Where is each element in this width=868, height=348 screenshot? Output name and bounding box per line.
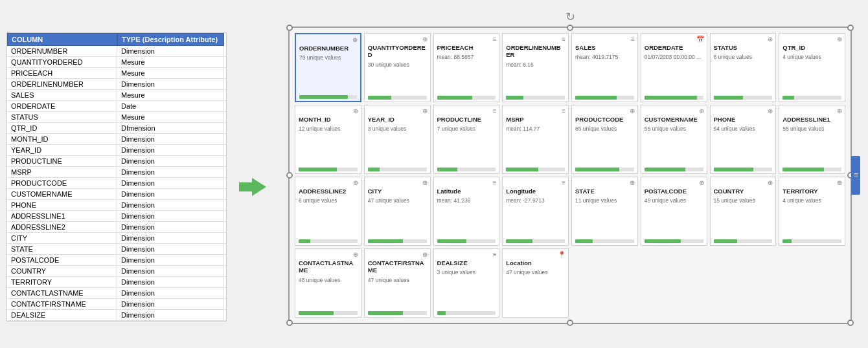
field-card[interactable]: ⊕QUANTITYORDERED30 unique values <box>364 33 431 102</box>
card-field-name: SALES <box>575 44 634 51</box>
table-row[interactable]: ORDERDATEDate <box>7 101 226 112</box>
table-row[interactable]: CUSTOMERNAMEDimension <box>7 189 226 200</box>
card-field-value: 15 unique values <box>714 197 773 204</box>
table-row[interactable]: STATUSMesure <box>7 112 226 123</box>
card-field-name: ORDERDATE <box>645 44 703 51</box>
card-field-name: Latitude <box>437 188 496 195</box>
card-bar <box>437 168 458 171</box>
field-card[interactable]: ⊕ADDRESSLINE26 unique values <box>295 177 361 246</box>
arrow-container <box>233 6 272 342</box>
card-bar-container <box>437 96 496 100</box>
card-type-icon: ⊕ <box>837 107 842 114</box>
table-row[interactable]: PRODUCTCODEDimension <box>7 178 226 189</box>
table-row[interactable]: MSRPDimension <box>7 167 226 178</box>
field-card[interactable]: ≡DEALSIZE3 unique values <box>433 248 500 318</box>
column-type-cell: Mesure <box>117 68 224 78</box>
card-type-icon: ⊕ <box>837 36 842 43</box>
field-card[interactable]: ⊕PHONE54 unique values <box>710 105 777 174</box>
field-card[interactable]: ≡MSRPmean: 114.77 <box>502 105 569 174</box>
card-type-icon: ≡ <box>562 179 565 186</box>
corner-tm <box>567 25 573 31</box>
table-row[interactable]: DEALSIZEDimension <box>7 310 226 321</box>
table-row[interactable]: QTR_IDDImension <box>7 123 226 134</box>
column-name-cell: POSTALCODE <box>7 255 117 265</box>
table-row[interactable]: CONTACTLASTNAMEDimension <box>7 288 226 299</box>
field-card[interactable]: ≡SALESmean: 4019.7175 <box>571 33 638 102</box>
column-type-cell: Dimension <box>117 211 224 221</box>
table-row[interactable]: CONTACTFIRSTNAMEDimension <box>7 299 226 310</box>
card-field-name: TERRITORY <box>782 188 841 195</box>
column-name-cell: SALES <box>7 90 117 100</box>
field-card[interactable]: ⊕POSTALCODE49 unique values <box>641 177 707 246</box>
field-card[interactable]: ⊕CONTACTLASTNAME48 unique values <box>295 248 361 318</box>
card-bar <box>368 96 391 100</box>
field-card[interactable]: ⊕PRODUCTCODE65 unique values <box>571 105 638 174</box>
card-field-value: 55 unique values <box>782 125 841 132</box>
field-card[interactable]: ⊕TERRITORY4 unique values <box>779 177 845 246</box>
table-row[interactable]: POSTALCODEDimension <box>7 255 226 266</box>
field-card[interactable]: ≡PRICEEACHmean: 88.5657 <box>433 33 500 102</box>
card-type-icon: ⊕ <box>630 179 635 186</box>
table-row[interactable]: COUNTRYDimension <box>7 266 226 277</box>
card-bar-container <box>714 96 773 100</box>
table-row[interactable]: ADDRESSLINE2Dimension <box>7 222 226 233</box>
field-card[interactable]: ⊕ORDERNUMBER79 unique values <box>295 33 361 102</box>
card-bar-container <box>575 96 634 100</box>
column-name-cell: STATUS <box>7 112 117 122</box>
table-row[interactable]: PRICEEACHMesure <box>7 68 226 79</box>
card-type-icon: ⊕ <box>422 36 428 43</box>
table-row[interactable]: PRODUCTLINEDimension <box>7 156 226 167</box>
table-row[interactable]: CITYDimension <box>7 233 226 244</box>
card-field-value: 01/07/2003 00:00:00 ... <box>645 54 703 60</box>
card-field-name: QTR_ID <box>782 44 841 51</box>
card-type-icon: ≡ <box>492 107 496 114</box>
table-row[interactable]: SALESMesure <box>7 90 226 101</box>
card-field-name: ADDRESSLINE2 <box>299 188 358 195</box>
table-row[interactable]: QUANTITYORDEREDMesure <box>7 57 226 68</box>
card-bar-container <box>782 168 841 171</box>
field-card[interactable]: 📅ORDERDATE01/07/2003 00:00:00 ... <box>641 33 707 102</box>
table-row[interactable]: ADDRESSLINE1Dimension <box>7 211 226 222</box>
column-name-cell: ORDERNUMBER <box>7 46 117 56</box>
field-card[interactable]: ≡ORDERLINENUMBERmean: 6.16 <box>502 33 569 102</box>
field-card[interactable]: ≡Latitudemean: 41.236 <box>433 177 500 246</box>
card-field-name: CITY <box>368 188 427 195</box>
field-card[interactable]: 📍Location47 unique values <box>502 248 569 318</box>
side-panel-hint[interactable]: ☰ <box>851 156 860 195</box>
column-type-cell: Dimension <box>117 134 224 144</box>
table-row[interactable]: STATEDimension <box>7 244 226 255</box>
field-card[interactable]: ⊕COUNTRY15 unique values <box>710 177 777 246</box>
field-card[interactable]: ⊕YEAR_ID3 unique values <box>364 105 431 174</box>
field-card[interactable]: ≡PRODUCTLINE7 unique values <box>433 105 500 174</box>
field-card[interactable]: ⊕CITY47 unique values <box>364 177 431 246</box>
card-field-name: CONTACTLASTNAME <box>299 259 358 274</box>
right-panel: ↻ ⊕ORDERNUMBER79 unique values⊕QUANTITYO… <box>279 6 862 342</box>
table-row[interactable]: ORDERNUMBERDimension <box>7 46 226 57</box>
card-bar <box>299 95 348 99</box>
field-card[interactable]: ⊕QTR_ID4 unique values <box>779 33 845 102</box>
card-type-icon: ⊕ <box>768 107 773 114</box>
corner-bl <box>286 320 293 326</box>
canvas-area[interactable]: ⊕ORDERNUMBER79 unique values⊕QUANTITYORD… <box>288 27 852 324</box>
field-card[interactable]: ⊕MONTH_ID12 unique values <box>295 105 361 174</box>
card-bar-container <box>368 239 427 243</box>
table-row[interactable]: PHONEDimension <box>7 200 226 211</box>
table-row[interactable]: MONTH_IDDimension <box>7 134 226 145</box>
card-field-value: mean: 88.5657 <box>437 54 496 60</box>
column-name-cell: ORDERDATE <box>7 101 117 111</box>
field-card[interactable]: ⊕STATE11 unique values <box>571 177 638 246</box>
field-card[interactable]: ⊕STATUS6 unique values <box>710 33 777 102</box>
column-type-cell: Dimension <box>117 255 224 265</box>
field-card[interactable]: ⊕CUSTOMERNAME55 unique values <box>641 105 707 174</box>
table-row[interactable]: ORDERLINENUMBERDimension <box>7 79 226 90</box>
card-field-value: 79 unique values <box>299 54 357 61</box>
table-row[interactable]: TERRITORYDimension <box>7 277 226 288</box>
card-bar <box>575 239 593 243</box>
column-type-cell: Dimension <box>117 145 224 155</box>
table-row[interactable]: YEAR_IDDimension <box>7 145 226 156</box>
field-card[interactable]: ⊕CONTACTFIRSTNAME47 unique values <box>364 248 431 318</box>
column-name-cell: QUANTITYORDERED <box>7 57 117 67</box>
field-card[interactable]: ≡Longitudemean: -27.9713 <box>502 177 569 246</box>
card-bar <box>782 239 792 243</box>
field-card[interactable]: ⊕ADDRESSLINE155 unique values <box>779 105 845 174</box>
